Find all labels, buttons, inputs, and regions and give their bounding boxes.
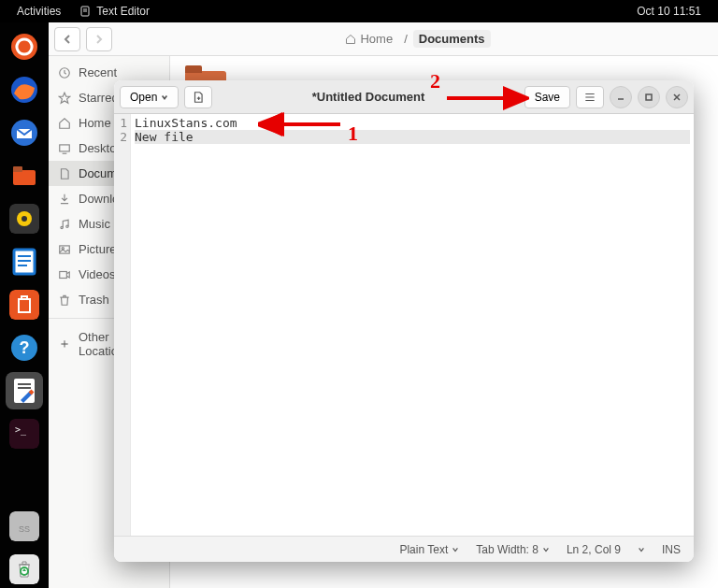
dock-software-updater[interactable] [6,28,43,65]
svg-text:>_: >_ [15,424,27,436]
minimize-button[interactable] [610,86,632,108]
code-line-1: LinuxStans.com [135,116,237,130]
current-app-indicator[interactable]: Text Editor [70,5,159,18]
breadcrumb: Home / Documents [118,30,712,48]
cursor-position: Ln 2, Col 9 [567,543,621,556]
svg-rect-40 [646,94,652,100]
svg-point-10 [22,216,27,222]
document-icon [58,167,71,180]
dock-text-editor[interactable] [6,372,43,409]
sidebar-item-label: Music [79,217,110,231]
plus-icon: ＋ [58,336,71,352]
home-icon [58,117,71,130]
syntax-mode-selector[interactable]: Plain Text [399,543,459,556]
dock-unknown-app[interactable]: SS [6,508,43,545]
close-button[interactable] [666,86,688,108]
chevron-down-icon[interactable] [638,546,645,553]
nav-back-button[interactable] [54,27,80,51]
music-icon [58,218,71,231]
desktop-icon [58,142,71,155]
gnome-top-panel: Activities Text Editor Oct 10 11:51 [0,0,718,22]
open-button[interactable]: Open [120,86,179,108]
dock-rhythmbox[interactable] [6,200,43,237]
svg-point-32 [66,225,68,227]
dock-firefox[interactable] [6,71,43,108]
text-editor-headerbar: Open *Untitled Document Save [114,80,694,114]
clock-icon [58,66,71,79]
dock-thunderbird[interactable] [6,114,43,151]
new-tab-button[interactable] [184,86,212,108]
annotation-label-1: 1 [348,122,358,146]
sidebar-item-label: Recent [79,65,117,79]
dock-trash[interactable] [6,551,43,588]
dock-terminal[interactable]: >_ [6,415,43,452]
tab-width-selector[interactable]: Tab Width: 8 [476,543,550,556]
text-editor-body[interactable]: 12 LinuxStans.com New file [114,114,694,536]
window-title: *Untitled Document [218,90,518,104]
sidebar-item-label: Videos [79,267,116,281]
breadcrumb-separator: / [404,32,408,46]
home-icon [345,34,356,45]
hamburger-icon [583,91,596,104]
svg-text:SS: SS [19,524,30,534]
svg-rect-7 [13,166,22,172]
svg-point-31 [61,226,63,228]
sidebar-item-label: Starred [79,91,119,105]
chevron-down-icon [452,546,459,553]
maximize-button[interactable] [638,86,660,108]
dock-libreoffice-writer[interactable] [6,243,43,280]
insert-mode[interactable]: INS [662,543,681,556]
text-editor-window: Open *Untitled Document Save 12 LinuxSta… [114,80,694,562]
annotation-label-2: 2 [430,69,440,93]
video-icon [58,268,71,281]
chevron-down-icon [161,93,168,101]
dock-ubuntu-software[interactable] [6,286,43,323]
svg-rect-6 [13,170,36,185]
new-document-icon [192,91,205,104]
text-editor-statusbar: Plain Text Tab Width: 8 Ln 2, Col 9 INS [114,536,694,562]
svg-point-3 [11,34,37,60]
svg-rect-29 [60,144,70,151]
dock-files[interactable] [6,157,43,194]
code-line-2: New file [135,130,690,144]
trash-icon [58,294,71,307]
dock-help[interactable]: ? [6,329,43,366]
ubuntu-dock: ? >_ SS [0,22,49,588]
nav-forward-button[interactable] [86,27,112,51]
clock[interactable]: Oct 10 11:51 [627,5,711,18]
minimize-icon [616,93,625,102]
sidebar-item-label: Home [79,116,111,130]
svg-text:?: ? [20,338,30,357]
svg-rect-16 [9,290,39,320]
breadcrumb-home[interactable]: Home [339,30,398,48]
svg-rect-35 [60,271,67,278]
close-icon [672,93,682,102]
maximize-icon [644,93,653,102]
download-icon [58,193,71,206]
text-editor-icon [79,6,91,17]
hamburger-menu-button[interactable] [576,86,604,108]
save-button[interactable]: Save [524,86,570,108]
star-icon [58,92,71,105]
breadcrumb-documents[interactable]: Documents [413,30,491,48]
pictures-icon [58,243,71,256]
sidebar-item-label: Trash [79,293,109,307]
line-number-gutter: 12 [114,114,131,536]
activities-button[interactable]: Activities [7,5,70,18]
files-toolbar: Home / Documents [49,22,718,56]
chevron-down-icon [542,546,550,553]
code-area[interactable]: LinuxStans.com New file [131,114,694,536]
